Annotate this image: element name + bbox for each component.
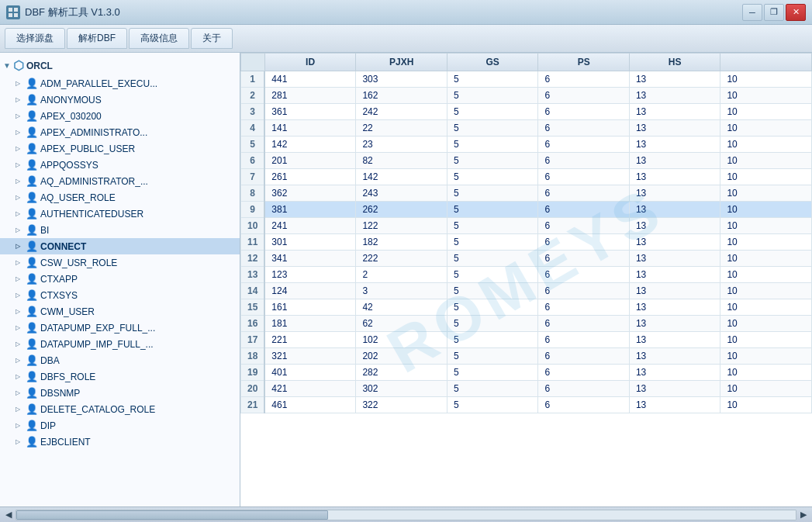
data-table-wrapper[interactable]: ROMEYS ID PJXH GS PS HS 1 441 — [240, 53, 812, 506]
tree-arrow-icon: ▷ — [16, 243, 23, 250]
user-icon: 👤 — [26, 436, 38, 448]
tab-select-source[interactable]: 选择源盘 — [5, 28, 65, 49]
tree-item[interactable]: ▷ 👤 DIP — [0, 417, 240, 434]
cell-rownum: 10 — [241, 218, 265, 234]
cell-pjxh: 303 — [356, 71, 447, 88]
tree-arrow-icon: ▷ — [16, 145, 23, 152]
tree-arrow-icon: ▷ — [16, 194, 23, 201]
table-row[interactable]: 18 321 202 5 6 13 10 — [241, 348, 812, 365]
table-row[interactable]: 9 381 262 5 6 13 10 — [241, 202, 812, 218]
cell-rownum: 16 — [241, 316, 265, 332]
status-left-arrow[interactable]: ◀ — [3, 510, 14, 520]
svg-rect-1 — [14, 8, 18, 12]
horizontal-scrollbar[interactable] — [16, 510, 796, 520]
table-row[interactable]: 19 401 282 5 6 13 10 — [241, 365, 812, 381]
table-row[interactable]: 8 362 243 5 6 13 10 — [241, 185, 812, 202]
cell-id: 201 — [264, 153, 356, 169]
tree-item[interactable]: ▷ 👤 APEX_030200 — [0, 108, 240, 124]
table-row[interactable]: 21 461 322 5 6 13 10 — [241, 397, 812, 413]
table-row[interactable]: 10 241 122 5 6 13 10 — [241, 218, 812, 234]
cell-extra: 10 — [720, 251, 812, 267]
tree-item[interactable]: ▷ 👤 DATAPUMP_IMP_FULL_... — [0, 336, 240, 352]
tree-item[interactable]: ▷ 👤 APEX_PUBLIC_USER — [0, 140, 240, 157]
table-row[interactable]: 2 281 162 5 6 13 10 — [241, 88, 812, 104]
tree-item[interactable]: ▷ 👤 APEX_ADMINISTRATO... — [0, 124, 240, 140]
tree-arrow-icon: ▷ — [16, 373, 23, 380]
restore-button[interactable]: ❐ — [764, 4, 784, 21]
tree-item[interactable]: ▷ 👤 DBA — [0, 352, 240, 368]
cell-pjxh: 243 — [356, 185, 447, 202]
tree-item[interactable]: ▷ 👤 CONNECT — [0, 238, 240, 254]
tree-item[interactable]: ▷ 👤 DBFS_ROLE — [0, 368, 240, 385]
tree-item[interactable]: ▷ 👤 AQ_USER_ROLE — [0, 189, 240, 206]
table-row[interactable]: 15 161 42 5 6 13 10 — [241, 299, 812, 316]
cell-extra: 10 — [720, 348, 812, 365]
cell-hs: 13 — [629, 137, 720, 153]
cell-extra: 10 — [720, 234, 812, 251]
table-row[interactable]: 11 301 182 5 6 13 10 — [241, 234, 812, 251]
th-hs: HS — [629, 54, 720, 71]
cell-hs: 13 — [629, 299, 720, 316]
tree-item[interactable]: ▷ 👤 DELETE_CATALOG_ROLE — [0, 401, 240, 417]
cell-ps: 6 — [538, 234, 630, 251]
cell-rownum: 18 — [241, 348, 265, 365]
cell-ps: 6 — [538, 169, 630, 185]
title-bar-left: DBF 解析工具 V1.3.0 — [6, 5, 120, 19]
minimize-button[interactable]: ─ — [742, 4, 762, 21]
tree-root-orcl[interactable]: ▼ ⬡ ORCL — [0, 56, 240, 75]
user-icon: 👤 — [26, 224, 38, 236]
tree-container[interactable]: ▼ ⬡ ORCL ▷ 👤 ADM_PARALLEL_EXECU... ▷ 👤 A… — [0, 53, 240, 506]
cell-ps: 6 — [538, 381, 630, 397]
table-row[interactable]: 17 221 102 5 6 13 10 — [241, 332, 812, 348]
tree-item[interactable]: ▷ 👤 CTXSYS — [0, 287, 240, 303]
cell-id: 241 — [264, 218, 356, 234]
cell-ps: 6 — [538, 218, 630, 234]
cell-gs: 5 — [447, 299, 538, 316]
table-row[interactable]: 6 201 82 5 6 13 10 — [241, 153, 812, 169]
cell-hs: 13 — [629, 365, 720, 381]
table-row[interactable]: 3 361 242 5 6 13 10 — [241, 104, 812, 120]
tab-about[interactable]: 关于 — [191, 28, 233, 49]
cell-rownum: 20 — [241, 381, 265, 397]
tree-item[interactable]: ▷ 👤 EJBCLIENT — [0, 434, 240, 450]
table-row[interactable]: 7 261 142 5 6 13 10 — [241, 169, 812, 185]
table-row[interactable]: 14 124 3 5 6 13 10 — [241, 283, 812, 299]
cell-extra: 10 — [720, 120, 812, 137]
tab-parse-dbf[interactable]: 解析DBF — [67, 28, 127, 49]
cell-pjxh: 222 — [356, 251, 447, 267]
tree-item[interactable]: ▷ 👤 DATAPUMP_EXP_FULL_... — [0, 320, 240, 336]
cell-id: 341 — [264, 251, 356, 267]
cell-rownum: 12 — [241, 251, 265, 267]
tree-arrow-icon: ▷ — [16, 308, 23, 315]
tree-item[interactable]: ▷ 👤 APPQOSSYS — [0, 157, 240, 173]
tree-item[interactable]: ▷ 👤 AQ_ADMINISTRATOR_... — [0, 173, 240, 189]
tab-advanced[interactable]: 高级信息 — [129, 28, 189, 49]
cell-extra: 10 — [720, 71, 812, 88]
close-button[interactable]: ✕ — [786, 4, 806, 21]
window-controls: ─ ❐ ✕ — [742, 4, 806, 21]
cell-pjxh: 42 — [356, 299, 447, 316]
tree-item[interactable]: ▷ 👤 AUTHENTICATEDUSER — [0, 206, 240, 222]
tree-item[interactable]: ▷ 👤 CWM_USER — [0, 303, 240, 320]
table-row[interactable]: 5 142 23 5 6 13 10 — [241, 137, 812, 153]
tree-item[interactable]: ▷ 👤 CTXAPP — [0, 271, 240, 287]
tree-item-label: APEX_ADMINISTRATO... — [40, 127, 147, 138]
table-row[interactable]: 16 181 62 5 6 13 10 — [241, 316, 812, 332]
tree-item-label: AQ_USER_ROLE — [40, 192, 116, 203]
cell-ps: 6 — [538, 185, 630, 202]
tree-item[interactable]: ▷ 👤 BI — [0, 222, 240, 238]
user-icon: 👤 — [26, 126, 38, 138]
tree-item[interactable]: ▷ 👤 ANONYMOUS — [0, 92, 240, 108]
tree-item[interactable]: ▷ 👤 DBSNMP — [0, 385, 240, 401]
status-right-arrow[interactable]: ▶ — [798, 510, 809, 520]
cell-extra: 10 — [720, 267, 812, 283]
cell-hs: 13 — [629, 283, 720, 299]
table-row[interactable]: 13 123 2 5 6 13 10 — [241, 267, 812, 283]
cell-id: 261 — [264, 169, 356, 185]
table-row[interactable]: 20 421 302 5 6 13 10 — [241, 381, 812, 397]
table-row[interactable]: 1 441 303 5 6 13 10 — [241, 71, 812, 88]
tree-item[interactable]: ▷ 👤 CSW_USR_ROLE — [0, 254, 240, 271]
table-row[interactable]: 4 141 22 5 6 13 10 — [241, 120, 812, 137]
table-row[interactable]: 12 341 222 5 6 13 10 — [241, 251, 812, 267]
tree-item[interactable]: ▷ 👤 ADM_PARALLEL_EXECU... — [0, 75, 240, 92]
